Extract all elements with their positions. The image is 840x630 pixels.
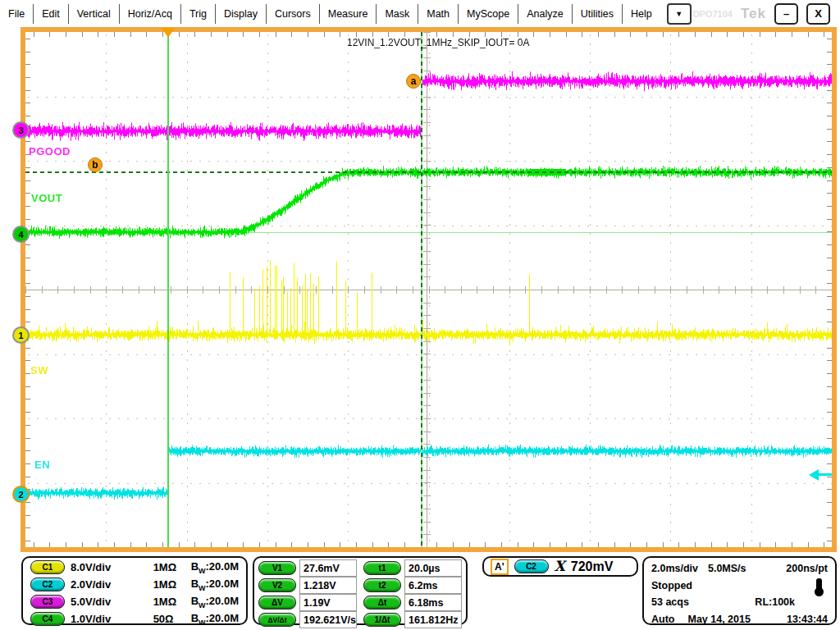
- trigger-readout-panel: A' C2 X 720mV: [482, 556, 638, 577]
- readout-v1: V1 27.6mV: [258, 559, 357, 577]
- trace-label-pgood: PGOOD: [29, 145, 71, 158]
- readout-freq: 1/Δt 161.812Hz: [363, 611, 462, 628]
- acq-state: Stopped: [651, 580, 692, 591]
- dt-pill[interactable]: Δt: [363, 596, 401, 609]
- dv-pill[interactable]: ΔV: [258, 596, 296, 609]
- tek-logo: Tek: [741, 6, 766, 22]
- c2-bandwidth: BW:20.0M: [191, 578, 239, 592]
- resolution-value: 200ns/pt: [786, 563, 828, 574]
- channel-1-pill[interactable]: C1: [30, 560, 65, 574]
- cursor-b-handle[interactable]: b: [88, 158, 103, 172]
- channel-2-marker[interactable]: 2: [12, 486, 30, 503]
- sample-rate-value: 5.0MS/s: [708, 563, 746, 574]
- menu-analyze[interactable]: Analyze: [518, 4, 572, 24]
- menu-horiz-acq[interactable]: Horiz/Acq: [120, 4, 181, 24]
- dvdt-value: 192.621V/s: [299, 611, 357, 628]
- acq-row-datetime: Auto May 14, 2015 13:43:44: [651, 611, 828, 628]
- c4-scale: 1.0V/div: [71, 613, 111, 625]
- trigger-level-arrow-icon[interactable]: [809, 469, 832, 481]
- trigger-type-icon: X: [555, 559, 565, 573]
- trace-label-vout: VOUT: [31, 192, 62, 204]
- menu-display[interactable]: Display: [216, 4, 267, 24]
- graticule-frame: [21, 27, 837, 552]
- trigger-mode: Auto: [651, 614, 674, 625]
- v2-value: 1.218V: [299, 577, 357, 594]
- screen-annotation: 12VIN_1.2VOUT_1MHz_SKIP_IOUT= 0A: [347, 37, 529, 48]
- close-button[interactable]: X: [806, 3, 830, 25]
- c3-bandwidth: BW:20.0M: [191, 595, 239, 609]
- menu-trig[interactable]: Trig: [181, 4, 216, 24]
- channel-row-c2: C2 2.0V/div 1MΩ BW:20.0M: [25, 576, 244, 593]
- menu-measure[interactable]: Measure: [320, 4, 377, 24]
- c1-bandwidth: BW:20.0M: [191, 560, 239, 575]
- c3-impedance: 1MΩ: [153, 596, 191, 608]
- menu-edit[interactable]: Edit: [34, 4, 69, 24]
- trigger-ab-badge[interactable]: A': [491, 559, 509, 575]
- readout-v2: V2 1.218V: [258, 577, 357, 594]
- t1-pill[interactable]: t1: [363, 561, 401, 575]
- v2-pill[interactable]: V2: [258, 578, 296, 592]
- readout-dvdt: ΔV/Δt 192.621V/s: [258, 611, 357, 628]
- readout-dv: ΔV 1.19V: [258, 594, 357, 611]
- channel-row-c4: C4 1.0V/div 50Ω BW:20.0M: [25, 610, 244, 628]
- date-value: May 14, 2015: [687, 614, 750, 625]
- readout-dt: Δt 6.18ms: [363, 594, 462, 611]
- time-value: 13:43:44: [787, 614, 828, 625]
- acq-row-count: 53 acqs RL:100k: [651, 594, 828, 611]
- channel-row-c3: C3 5.0V/div 1MΩ BW:20.0M: [25, 593, 244, 610]
- v1-pill[interactable]: V1: [258, 561, 296, 575]
- channel-4-pill[interactable]: C4: [30, 612, 65, 626]
- c4-bandwidth: BW:20.0M: [191, 612, 239, 627]
- minimize-button[interactable]: –: [774, 3, 798, 25]
- dvdt-pill[interactable]: ΔV/Δt: [258, 613, 296, 627]
- menu-utilities[interactable]: Utilities: [573, 4, 623, 24]
- menu-mask[interactable]: Mask: [377, 4, 418, 24]
- menu-math[interactable]: Math: [418, 4, 459, 24]
- channel-3-pill[interactable]: C3: [30, 595, 65, 609]
- menu-help[interactable]: Help: [623, 4, 660, 24]
- c1-impedance: 1MΩ: [153, 561, 191, 573]
- c1-scale: 8.0V/div: [71, 561, 111, 573]
- arrow-tail: [818, 473, 832, 476]
- channel-3-marker[interactable]: 3: [12, 121, 30, 139]
- menu-vertical[interactable]: Vertical: [69, 4, 120, 24]
- channel-row-c1: C1 8.0V/div 1MΩ BW:20.0M: [25, 559, 244, 576]
- trace-label-en: EN: [34, 459, 50, 471]
- menu-cursors[interactable]: Cursors: [267, 4, 320, 24]
- t1-value: 20.0µs: [404, 559, 462, 577]
- temperature-icon: [816, 578, 822, 590]
- trigger-source-pill[interactable]: C2: [514, 559, 549, 573]
- acquisition-panel: 2.0ms/div 5.0MS/s 200ns/pt Stopped 53 ac…: [642, 556, 837, 625]
- menu-file[interactable]: File: [0, 4, 34, 24]
- chevron-down-icon: ▼: [675, 10, 682, 18]
- readout-t2: t2 6.2ms: [363, 577, 462, 594]
- dv-value: 1.19V: [299, 594, 357, 611]
- t2-pill[interactable]: t2: [363, 578, 401, 592]
- trace-label-sw: SW: [30, 364, 48, 377]
- freq-pill[interactable]: 1/Δt: [363, 613, 401, 627]
- cursor-a-handle[interactable]: a: [406, 74, 421, 89]
- menu-bar: File Edit Vertical Horiz/Acq Trig Displa…: [0, 0, 840, 27]
- freq-value: 161.812Hz: [404, 611, 462, 628]
- channel-2-pill[interactable]: C2: [30, 578, 65, 591]
- readout-t1: t1 20.0µs: [363, 559, 462, 577]
- v1-value: 27.6mV: [299, 559, 357, 577]
- t2-value: 6.2ms: [404, 577, 462, 594]
- waveform-display: [25, 32, 832, 547]
- oscilloscope-app: File Edit Vertical Horiz/Acq Trig Displa…: [0, 0, 840, 630]
- c3-scale: 5.0V/div: [71, 596, 111, 608]
- c2-impedance: 1MΩ: [153, 578, 191, 591]
- channel-1-marker[interactable]: 1: [12, 326, 30, 344]
- timebase-value: 2.0ms/div: [651, 563, 698, 574]
- trigger-level-value: 720mV: [571, 559, 614, 574]
- channel-4-marker[interactable]: 4: [12, 226, 30, 243]
- trigger-position-marker-icon[interactable]: [162, 28, 175, 38]
- channel-readout-panel: C1 8.0V/div 1MΩ BW:20.0M C2 2.0V/div 1MΩ…: [21, 556, 248, 625]
- record-length: RL:100k: [755, 596, 795, 608]
- menu-myscope[interactable]: MyScope: [459, 4, 518, 24]
- c2-scale: 2.0V/div: [71, 578, 111, 591]
- c4-impedance: 50Ω: [153, 613, 191, 625]
- menu-overflow-button[interactable]: ▼: [667, 3, 692, 25]
- dt-value: 6.18ms: [404, 594, 462, 611]
- acq-row-timebase: 2.0ms/div 5.0MS/s 200ns/pt: [651, 560, 828, 578]
